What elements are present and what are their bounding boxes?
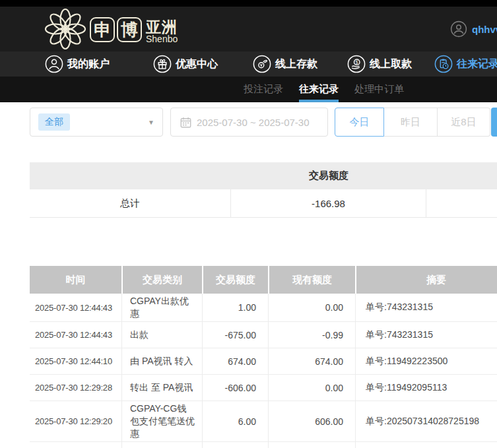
transactions-table: 时间 交易类别 交易额度 现有额度 摘要 2025-07-30 12:44:43… [30,266,497,448]
summary-total-label: 总计 [30,189,231,217]
nav-item-deposit[interactable]: 线上存款 [253,51,317,77]
table-row: 2025-07-30 12:44:43 出款 -675.00 -0.99 单号:… [30,322,497,348]
date-range-picker[interactable]: 2025-07-30 ~ 2025-07-30 [170,108,328,137]
calendar-icon [180,117,191,128]
records-icon [434,55,453,73]
col-header-time: 时间 [30,266,121,294]
brand-logo-char-1: 申 [90,17,115,42]
record-tabs: 投注记录 往来记录 处理中订单 [244,77,404,102]
quick-date-buttons: 今日 昨日 近8日 [335,108,490,137]
col-header-amount: 交易额度 [202,266,268,294]
date-range-value: 2025-07-30 ~ 2025-07-30 [197,117,310,128]
record-subnav: 投注记录 往来记录 处理中订单 [0,77,497,102]
type-select-value: 全部 [38,113,70,131]
summary-header-amount: 交易额度 [231,162,426,189]
summary-table: 交易额度 总计 -166.98 [30,162,497,218]
brand-subtitle: Shenbo [146,34,178,44]
user-avatar-icon [450,20,467,38]
table-row: 2025-07-30 12:29:28 转出 至 PA视讯 -606.00 0.… [30,375,497,401]
main-navbar: 我的账户 优惠中心 线上存款 [0,51,497,77]
search-button-partial[interactable] [491,108,497,137]
deposit-icon [253,55,271,73]
svg-text:$: $ [355,59,358,65]
user-icon [45,55,63,73]
col-header-type: 交易类别 [121,266,202,294]
type-select[interactable]: 全部 ▼ [30,108,163,137]
summary-total-value: -166.98 [231,189,426,217]
table-row: 2025-07-30 12:44:10 由 PA视讯 转入 674.00 674… [30,348,497,375]
yesterday-button[interactable]: 昨日 [384,108,438,137]
username[interactable]: qhhvv [472,24,497,35]
today-button[interactable]: 今日 [335,108,384,137]
chevron-down-icon: ▼ [148,119,154,126]
col-header-balance: 现有额度 [268,266,355,294]
brand-flower-icon [44,7,87,51]
brand-logo-char-2: 博 [117,17,142,42]
gift-icon [153,55,172,73]
table-header-row: 时间 交易类别 交易额度 现有额度 摘要 [30,266,497,294]
site-header: 申 博 亚洲 Shenbo qhhvv [0,7,497,51]
col-header-summary: 摘要 [355,266,497,294]
summary-total-row: 总计 -166.98 [30,189,497,218]
nav-item-withdraw[interactable]: $ 线上取款 [347,51,412,77]
last-8-days-button[interactable]: 近8日 [438,108,490,137]
nav-item-my-account[interactable]: 我的账户 [45,51,110,77]
table-row: 2025-07-30 12:29:20 CGPAY支付 600.00 600.0… [30,442,497,448]
active-tab-underline [299,100,339,102]
nav-item-transaction-records[interactable]: 往来记录 [434,51,497,77]
withdraw-icon: $ [347,55,366,73]
table-row: 2025-07-30 12:29:20 CGPAY-CG钱包支付笔笔送优惠 6.… [30,401,497,442]
summary-empty-cell [426,189,497,217]
table-row: 2025-07-30 12:44:43 CGPAY出款优惠 1.00 0.00 … [30,294,497,322]
tab-transaction-records[interactable]: 往来记录 [299,77,339,102]
top-strip [0,0,497,7]
user-account[interactable]: qhhvv [450,20,497,38]
tab-bet-records[interactable]: 投注记录 [244,77,283,102]
tab-pending-orders[interactable]: 处理中订单 [354,77,404,102]
page: 申 博 亚洲 Shenbo qhhvv 我的账户 [0,0,497,448]
nav-item-promotions[interactable]: 优惠中心 [153,51,218,77]
summary-header-row: 交易额度 [30,162,497,189]
